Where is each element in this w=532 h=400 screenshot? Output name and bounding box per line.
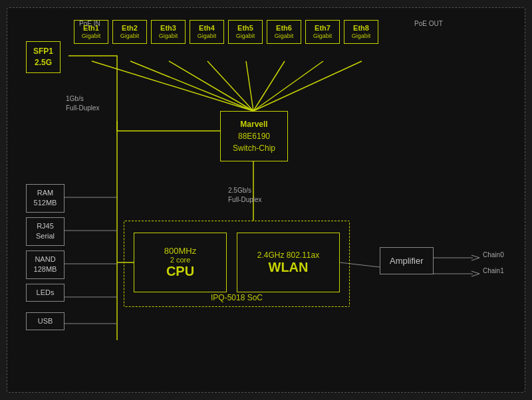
eth7-port: Eth7 Gigabit	[305, 20, 340, 44]
usb-box: USB	[26, 312, 65, 330]
sfp-box: SFP1 2.5G	[26, 41, 61, 73]
rj45-box: RJ45 Serial	[26, 217, 65, 246]
eth4-port: Eth4 Gigabit	[190, 20, 224, 44]
svg-line-5	[253, 61, 285, 111]
eth5-port: Eth5 Gigabit	[228, 20, 263, 44]
svg-line-20	[471, 258, 479, 260]
svg-line-21	[471, 271, 479, 274]
amplifier-box: Amplifier	[380, 247, 434, 274]
svg-line-0	[92, 61, 253, 111]
svg-line-2	[169, 61, 253, 111]
eth6-port: Eth6 Gigabit	[267, 20, 301, 44]
ram-box: RAM 512MB	[26, 184, 65, 213]
chain1-label: Chain1	[483, 267, 504, 274]
eth3-port: Eth3 Gigabit	[151, 20, 186, 44]
svg-line-3	[207, 61, 253, 111]
eth2-port: Eth2 Gigabit	[112, 20, 147, 44]
soc-speed-label: 2.5Gb/sFull-Duplex	[228, 186, 262, 205]
sfp-speed-label: 1Gb/sFull-Duplex	[66, 94, 100, 113]
eth8-port: Eth8 Gigabit	[344, 20, 378, 44]
diagram-container: PoE IN PoE OUT Eth1 Gigabit Eth2 Gigabit…	[7, 7, 525, 393]
svg-line-1	[130, 61, 253, 111]
svg-line-6	[253, 61, 323, 111]
svg-line-19	[471, 255, 479, 258]
chain0-label: Chain0	[483, 251, 504, 258]
marvell-chip: Marvell 88E6190 Switch-Chip	[220, 111, 288, 161]
cpu-box: 800MHz 2 core CPU	[134, 233, 227, 292]
nand-box: NAND 128MB	[26, 250, 65, 279]
leds-box: LEDs	[26, 284, 65, 302]
wlan-box: 2.4GHz 802.11ax WLAN	[237, 233, 340, 292]
poe-out-label: PoE OUT	[414, 20, 443, 27]
svg-line-22	[471, 274, 479, 276]
svg-line-7	[253, 61, 362, 111]
connection-lines	[7, 8, 525, 392]
eth-ports-row: Eth1 Gigabit Eth2 Gigabit Eth3 Gigabit E…	[74, 20, 378, 44]
eth1-port: Eth1 Gigabit	[74, 20, 108, 44]
svg-line-4	[246, 61, 253, 111]
